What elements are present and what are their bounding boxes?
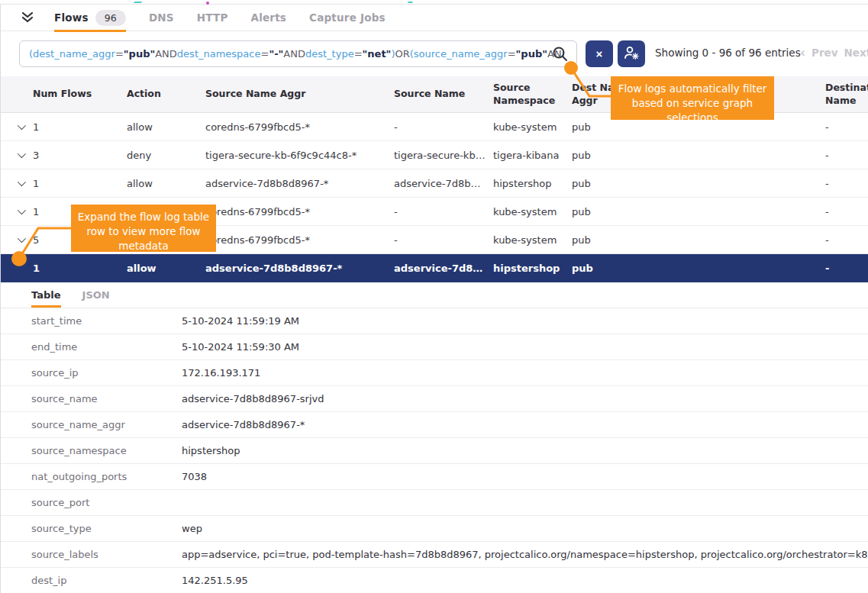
detail-field-key: end_time: [1, 341, 182, 353]
user-column-settings-button[interactable]: [618, 40, 645, 67]
detail-field-value: 5-10-2024 11:59:30 AM: [182, 341, 868, 353]
detail-field-key: dest_ip: [1, 575, 182, 586]
flows-count-badge: 96: [95, 10, 126, 26]
query-segment: "pub": [124, 48, 155, 60]
tab-http[interactable]: HTTP: [197, 5, 228, 31]
flow-table-row[interactable]: 3 deny tigera-secure-kb-6f9c9c44c8-* tig…: [1, 141, 868, 169]
row-expand-chevron-icon[interactable]: [18, 234, 26, 243]
row-expand-chevron-icon[interactable]: [18, 121, 26, 130]
detail-field-row: source_name_aggr adservice-7d8b8d8967-*: [1, 412, 868, 438]
graph-edge-fragment: [134, 1, 144, 3]
col-header-source-name-aggr: Source Name Aggr: [205, 88, 394, 100]
detail-field-key: source_name_aggr: [1, 419, 182, 430]
row-expand-chevron-icon[interactable]: [18, 150, 26, 158]
detail-field-key: source_labels: [1, 549, 182, 560]
tab-alerts[interactable]: Alerts: [251, 5, 287, 31]
query-segment: AND: [155, 48, 177, 60]
row-expand-chevron-icon[interactable]: [18, 206, 26, 214]
detail-field-row: source_port: [1, 490, 868, 516]
close-icon: ×: [596, 47, 603, 60]
detail-field-row: source_type wep: [1, 516, 868, 542]
detail-field-value: hipstershop: [182, 445, 868, 456]
detail-field-value: 7038: [182, 471, 868, 482]
row-expand-chevron-icon[interactable]: [18, 178, 26, 186]
collapse-panel-double-chevron-icon[interactable]: [21, 11, 34, 24]
detail-fields-host: start_time 5-10-2024 11:59:19 AM end_tim…: [1, 308, 868, 593]
detail-field-key: source_namespace: [1, 445, 182, 456]
detail-tab-json[interactable]: JSON: [82, 289, 110, 308]
col-header-destination-name: Destination Name: [825, 82, 868, 107]
col-header-action: Action: [127, 88, 205, 100]
detail-field-key: source_type: [1, 523, 182, 534]
query-segment: dest_name_aggr: [33, 48, 115, 60]
entries-count-label: Showing 0 - 96 of 96 entries: [655, 47, 801, 59]
detail-field-value: app=adservice, pci=true, pod-template-ha…: [182, 549, 868, 560]
col-header-source-name: Source Name: [394, 88, 493, 100]
search-icon[interactable]: [551, 45, 569, 63]
detail-field-row: start_time 5-10-2024 11:59:19 AM: [1, 308, 868, 334]
query-segment: =: [508, 48, 516, 60]
detail-field-key: source_port: [1, 497, 182, 508]
query-segment: dest_type: [305, 48, 354, 60]
query-segment: "pub": [516, 48, 547, 60]
col-header-num-flows: Num Flows: [33, 88, 127, 100]
pagination-controls: ‹ Prev Next ›: [800, 47, 868, 59]
detail-field-key: nat_outgoing_ports: [1, 471, 182, 482]
flow-table-body: 1 allow coredns-6799fbcd5-* - kube-syste…: [1, 113, 868, 282]
detail-field-value: adservice-7d8b8d8967-srjvd: [182, 393, 868, 404]
query-segment: "-": [269, 48, 283, 60]
detail-tab-table[interactable]: Table: [31, 289, 61, 308]
tour-tooltip-filter: Flow logs automatically filter based on …: [611, 76, 774, 120]
detail-field-value: 5-10-2024 11:59:19 AM: [182, 315, 868, 327]
query-segment: OR: [395, 48, 409, 60]
detail-field-row: source_namespace hipstershop: [1, 438, 868, 464]
tab-capture-jobs[interactable]: Capture Jobs: [309, 5, 386, 31]
query-segment: "net": [363, 48, 392, 60]
detail-field-value: adservice-7d8b8d8967-*: [182, 419, 868, 430]
query-segment: =: [260, 48, 269, 60]
detail-field-row: nat_outgoing_ports 7038: [1, 464, 868, 490]
query-segment: =: [354, 48, 363, 60]
graph-edge-fragment: [407, 1, 413, 3]
detail-field-row: end_time 5-10-2024 11:59:30 AM: [1, 334, 868, 360]
detail-field-value: 172.16.193.171: [182, 367, 868, 379]
detail-field-key: source_ip: [1, 367, 182, 379]
tour-tooltip-expand: Expand the flow log table row to view mo…: [71, 205, 216, 252]
col-header-source-namespace: Source Namespace: [493, 82, 572, 107]
query-segment: source_name_aggr: [414, 48, 508, 60]
query-segment: =: [115, 48, 124, 60]
tabs-host: Flows 96 DNS HTTP Alerts Capture Jobs: [54, 5, 408, 31]
detail-field-value: 142.251.5.95: [182, 575, 868, 586]
filter-toolbar: (dest_name_aggr = "pub" AND dest_namespa…: [1, 31, 868, 76]
flow-table-row[interactable]: 1 allow adservice-7d8b8d8967-* adservice…: [1, 254, 868, 282]
detail-field-row: source_labels app=adservice, pci=true, p…: [1, 542, 868, 568]
next-button[interactable]: Next: [844, 47, 868, 59]
user-gear-icon: [623, 45, 640, 63]
log-type-tabbar: Flows 96 DNS HTTP Alerts Capture Jobs: [1, 5, 868, 31]
flow-detail-pane: Table JSON start_time 5-10-2024 11:59:19…: [1, 282, 868, 593]
prev-button[interactable]: Prev: [812, 47, 838, 59]
detail-tabbar: Table JSON: [1, 282, 868, 308]
detail-field-row: source_ip 172.16.193.171: [1, 360, 868, 386]
clear-filter-button[interactable]: ×: [586, 40, 613, 67]
prev-arrow-icon[interactable]: ‹: [800, 48, 805, 58]
tab-flows[interactable]: Flows 96: [54, 5, 126, 31]
detail-field-row: dest_ip 142.251.5.95: [1, 568, 868, 593]
query-segment: dest_namespace: [177, 48, 261, 60]
detail-field-key: start_time: [1, 315, 182, 327]
flow-table-row[interactable]: 1 allow adservice-7d8b8d8967-* adservice…: [1, 169, 868, 198]
detail-field-value: wep: [182, 523, 868, 534]
detail-field-row: source_name adservice-7d8b8d8967-srjvd: [1, 386, 868, 412]
detail-field-key: source_name: [1, 393, 182, 404]
flow-filter-query-input[interactable]: (dest_name_aggr = "pub" AND dest_namespa…: [19, 40, 577, 67]
tab-dns[interactable]: DNS: [149, 5, 174, 31]
query-segment: AND: [283, 48, 305, 60]
